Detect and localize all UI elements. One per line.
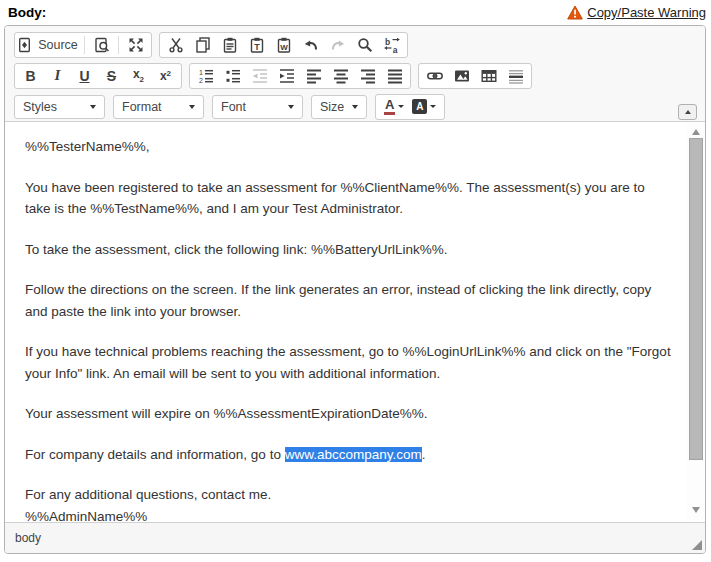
source-button[interactable]: Source [17,34,81,56]
font-combo-label: Font [221,100,246,114]
paste-as-text-button[interactable]: T [243,34,270,56]
paragraph: For company details and information, go … [25,444,674,466]
paragraph: To take the assessment, click the follow… [25,239,674,261]
find-button[interactable] [351,34,378,56]
source-button-label: Source [38,38,78,52]
chevron-down-icon [288,105,294,109]
bulleted-list-button[interactable] [219,65,246,87]
chevron-down-icon [430,105,436,108]
toolbar-row-2: B I U S x2 x2 1 2 [14,60,699,91]
chevron-down-icon [398,105,404,108]
toolbar-group-paragraph: 1 2 [189,63,411,89]
paste-button[interactable] [216,34,243,56]
cut-button[interactable] [162,34,189,56]
undo-icon [303,37,319,53]
justify-icon [387,68,403,84]
paragraph: If you have technical problems reaching … [25,341,674,384]
align-center-button[interactable] [327,65,354,87]
subscript-button[interactable]: x2 [125,65,152,87]
styles-combo[interactable]: Styles [14,95,105,119]
maximize-icon [128,37,144,53]
superscript-button[interactable]: x2 [152,65,179,87]
editor-toolbar: Source [5,26,705,122]
table-icon [481,68,497,84]
align-left-button[interactable] [300,65,327,87]
resize-grip[interactable] [692,540,702,550]
chevron-down-icon [352,105,358,109]
selected-text[interactable]: www.abccompany.com [285,447,422,462]
superscript-icon: x2 [160,70,171,82]
size-combo[interactable]: Size [311,95,367,119]
text-color-button[interactable]: A [380,96,408,118]
preview-icon [94,37,110,53]
copy-paste-warning-link[interactable]: Copy/Paste Warning [587,5,706,20]
chevron-down-icon [189,105,195,109]
image-button[interactable] [448,65,475,87]
underline-button[interactable]: U [71,65,98,87]
maximize-button[interactable] [122,34,149,56]
horizontal-rule-button[interactable] [502,65,529,87]
paragraph: Your assessment will expire on %%Assessm… [25,403,674,425]
underline-icon: U [79,69,89,83]
toolbar-separator [84,36,85,54]
replace-button[interactable]: b a [378,34,405,56]
numbered-list-button[interactable]: 1 2 [192,65,219,87]
editing-area: %%TesterName%%, You have been registered… [5,122,705,522]
horizontal-rule-icon [508,68,524,84]
find-icon [357,37,373,53]
justify-button[interactable] [381,65,408,87]
toolbar-group-document: Source [14,32,152,58]
align-right-icon [360,68,376,84]
align-center-icon [333,68,349,84]
redo-button[interactable] [324,34,351,56]
align-right-button[interactable] [354,65,381,87]
scroll-up-button[interactable] [687,126,705,138]
italic-icon: I [55,68,61,83]
scrollbar-thumb[interactable] [689,138,703,460]
format-combo[interactable]: Format [113,95,204,119]
paste-word-icon: W [276,37,292,53]
preview-button[interactable] [88,34,115,56]
link-button[interactable] [421,65,448,87]
editor-body[interactable]: %%TesterName%%, You have been registered… [5,122,687,522]
toolbar-collapse-button[interactable] [678,104,697,120]
cut-icon [168,37,184,53]
chevron-down-icon [90,105,96,109]
italic-button[interactable]: I [44,65,71,87]
paragraph: Follow the directions on the screen. If … [25,279,674,322]
styles-combo-label: Styles [23,100,57,114]
text-color-icon: A [384,98,395,115]
bulleted-list-icon [225,68,241,84]
header: Body: Copy/Paste Warning [8,2,706,23]
indent-icon [279,68,295,84]
paste-icon [222,37,238,53]
table-button[interactable] [475,65,502,87]
vertical-scrollbar[interactable] [687,122,705,522]
copy-button[interactable] [189,34,216,56]
strikethrough-button[interactable]: S [98,65,125,87]
format-combo-label: Format [122,100,162,114]
toolbar-separator [118,36,119,54]
toolbar-group-clipboard: T W [159,32,408,58]
element-path[interactable]: body [15,531,41,545]
paragraph: For any additional questions, contact me… [25,484,674,522]
undo-button[interactable] [297,34,324,56]
toolbar-group-basicstyles: B I U S x2 x2 [14,63,182,89]
paste-from-word-button[interactable]: W [270,34,297,56]
redo-icon [330,37,346,53]
scroll-down-button[interactable] [687,504,705,516]
replace-icon: b a [384,37,400,53]
font-combo[interactable]: Font [212,95,303,119]
scroll-up-icon [692,129,700,135]
indent-button[interactable] [273,65,300,87]
outdent-button[interactable] [246,65,273,87]
source-icon [17,37,33,53]
align-left-icon [306,68,322,84]
background-color-button[interactable]: A [408,96,440,118]
paste-text-icon: T [249,37,265,53]
outdent-icon [252,68,268,84]
bold-icon: B [25,69,35,83]
bold-button[interactable]: B [17,65,44,87]
strikethrough-icon: S [107,69,116,83]
svg-text:W: W [280,43,288,52]
